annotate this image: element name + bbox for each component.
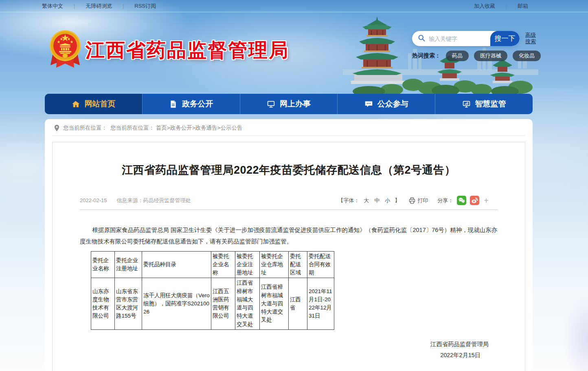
- document-icon: [169, 100, 178, 108]
- main-nav: 网站首页 政务公开 网上办事 公众参与 智慧监管: [45, 94, 533, 114]
- article: 江西省药品监督管理局2022年疫苗委托储存配送信息（第2号通告） 2022-02…: [52, 142, 525, 371]
- print-label: 打印: [417, 197, 428, 204]
- hot-search-row: 热词搜索： 药品 医疗器械 化妆品: [412, 51, 541, 61]
- chat-bubble-icon: [364, 100, 373, 108]
- home-icon: [71, 100, 80, 108]
- table-header-cell: 被委托企业仓库地址: [260, 251, 289, 278]
- table-cell: 2021年11月1日-2022年12月31日: [307, 278, 334, 330]
- search-box: 搜一下 高级 搜索: [412, 31, 520, 46]
- article-title: 江西省药品监督管理局2022年疫苗委托储存配送信息（第2号通告）: [80, 163, 498, 177]
- search-area: 搜一下 高级 搜索 热词搜索： 药品 医疗器械 化妆品: [412, 31, 541, 61]
- link-add-favorite[interactable]: 加入收藏: [474, 2, 495, 10]
- corner-decoration: [564, 265, 588, 371]
- nav-item-home[interactable]: 网站首页: [45, 94, 142, 114]
- top-links-left: 繁体中文 | 无障碍浏览 | RSS订阅: [42, 2, 156, 10]
- info-table: 委托企业名称 委托企业注册地址 委托品种目录 被委托企业名称 被委托企业注册地址…: [91, 251, 334, 330]
- table-cell: 江西省樟树市福城大道与四特大道交叉处: [260, 278, 289, 330]
- divider: |: [506, 3, 507, 9]
- signature-date: 2022年2月15日: [80, 350, 498, 361]
- divider: |: [74, 3, 75, 9]
- breadcrumb-path[interactable]: 您当前所在位置： 首页>政务公开>政务通告>公示公告: [110, 124, 242, 132]
- nav-item-public-participation[interactable]: 公众参与: [337, 94, 435, 114]
- link-traditional-chinese[interactable]: 繁体中文: [42, 2, 63, 10]
- font-size-medium[interactable]: 中: [374, 197, 380, 204]
- font-size-open-bracket: 【字体：: [338, 197, 359, 204]
- table-header-cell: 委托品种目录: [142, 251, 211, 278]
- divider: [80, 210, 498, 210]
- info-source: 信息来源：药品经营监督管理处: [117, 197, 191, 204]
- table-cell: 山东亦度生物技术有限公司: [91, 278, 115, 330]
- national-emblem-logo: [48, 28, 82, 70]
- table-cell: 山东省东营市东营区大渡河路155号: [115, 278, 142, 330]
- link-accessibility[interactable]: 无障碍浏览: [86, 2, 112, 10]
- nav-item-online-services[interactable]: 网上办事: [240, 94, 338, 114]
- site-header: 江西省药品监督管理局 搜一下 高级 搜索 热词搜索： 药品 医疗器械 化妆品: [0, 12, 588, 94]
- table-cell: 江西省: [289, 278, 307, 330]
- nav-item-label: 智慧监管: [475, 99, 506, 109]
- weibo-share-icon[interactable]: [470, 196, 479, 205]
- nav-item-smart-supervision[interactable]: 智慧监管: [435, 94, 533, 114]
- table-header-row: 委托企业名称 委托企业注册地址 委托品种目录 被委托企业名称 被委托企业注册地址…: [91, 251, 334, 278]
- nav-item-label: 网站首页: [84, 99, 115, 109]
- share-more-button[interactable]: +: [484, 197, 489, 205]
- article-meta-left: 2022-02-15 信息来源：药品经营监督管理处: [80, 197, 191, 204]
- search-icon: [417, 34, 426, 44]
- location-pin-icon: [54, 124, 60, 132]
- table-header-cell: 委托企业注册地址: [115, 251, 142, 278]
- table-header-cell: 被委托企业名称: [211, 251, 235, 278]
- page: { "top_bar": { "left_links": ["繁体中文", "无…: [0, 0, 588, 371]
- signature-agency: 江西省药品监督管理局: [80, 339, 498, 350]
- table-cell: 江西省樟树市福城大道与四特大道交叉处: [235, 278, 260, 330]
- print-button[interactable]: 打印: [408, 197, 428, 204]
- signature-block: 江西省药品监督管理局 2022年2月15日: [80, 339, 498, 361]
- nav-item-label: 公众参与: [377, 99, 408, 109]
- hot-word-drug[interactable]: 药品: [446, 51, 469, 61]
- wechat-share-icon[interactable]: [457, 196, 466, 205]
- monitor-icon: [267, 100, 275, 108]
- nav-item-gov-affairs[interactable]: 政务公开: [142, 94, 240, 114]
- content-panel: 您当前所在位置： 您当前所在位置： 首页>政务公开>政务通告>公示公告 江西省药…: [45, 119, 533, 371]
- table-row: 山东亦度生物技术有限公司 山东省东营市东营区大渡河路155号 冻干人用狂犬病疫苗…: [91, 278, 334, 330]
- share-label: 分享：: [437, 197, 453, 204]
- search-input[interactable]: [429, 35, 490, 42]
- hot-word-cosmetics[interactable]: 化妆品: [513, 51, 541, 61]
- breadcrumb-prefix: 您当前所在位置：: [63, 124, 107, 132]
- top-utility-bar: 繁体中文 | 无障碍浏览 | RSS订阅 加入收藏 | 邮箱: [0, 0, 588, 12]
- link-rss[interactable]: RSS订阅: [134, 2, 156, 10]
- nav-item-label: 网上办事: [280, 99, 311, 109]
- font-size-large[interactable]: 大: [364, 197, 369, 204]
- font-size-small[interactable]: 小: [385, 197, 390, 204]
- chart-monitor-icon: [462, 100, 471, 108]
- hot-word-medical-device[interactable]: 医疗器械: [474, 51, 507, 61]
- site-title: 江西省药品监督管理局: [86, 38, 289, 63]
- hot-search-label: 热词搜索：: [412, 52, 441, 60]
- publish-date: 2022-02-15: [80, 197, 107, 203]
- top-links-right: 加入收藏 | 邮箱: [474, 2, 528, 10]
- table-header-cell: 委托企业名称: [91, 251, 115, 278]
- font-size-close-bracket: 】: [395, 197, 400, 204]
- nav-item-label: 政务公开: [182, 99, 213, 109]
- table-header-cell: 委托配送区域: [289, 251, 307, 278]
- search-button[interactable]: 搜一下: [490, 31, 520, 46]
- printer-icon: [408, 197, 416, 204]
- article-body: 根据原国家食品药品监管总局 国家卫生计生委《关于进一步加强疫苗流通监管促进疫苗供…: [80, 224, 498, 247]
- table-header-cell: 被委托企业注册地址: [235, 251, 260, 278]
- table-cell: 冻干人用狂犬病疫苗（Vero细胞），国药准字S20210026: [142, 278, 211, 330]
- article-meta-row: 2022-02-15 信息来源：药品经营监督管理处 【字体： 大 中 小 】 打…: [80, 196, 498, 205]
- divider: [52, 135, 525, 136]
- divider: |: [123, 3, 124, 9]
- breadcrumb: 您当前所在位置： 您当前所在位置： 首页>政务公开>政务通告>公示公告: [45, 119, 533, 135]
- table-header-cell: 委托配送合同有效期: [307, 251, 334, 278]
- table-cell: 江西五洲医药营销有限公司: [211, 278, 235, 330]
- link-mailbox[interactable]: 邮箱: [518, 2, 528, 10]
- article-meta-right: 【字体： 大 中 小 】 打印 分享：: [338, 196, 489, 205]
